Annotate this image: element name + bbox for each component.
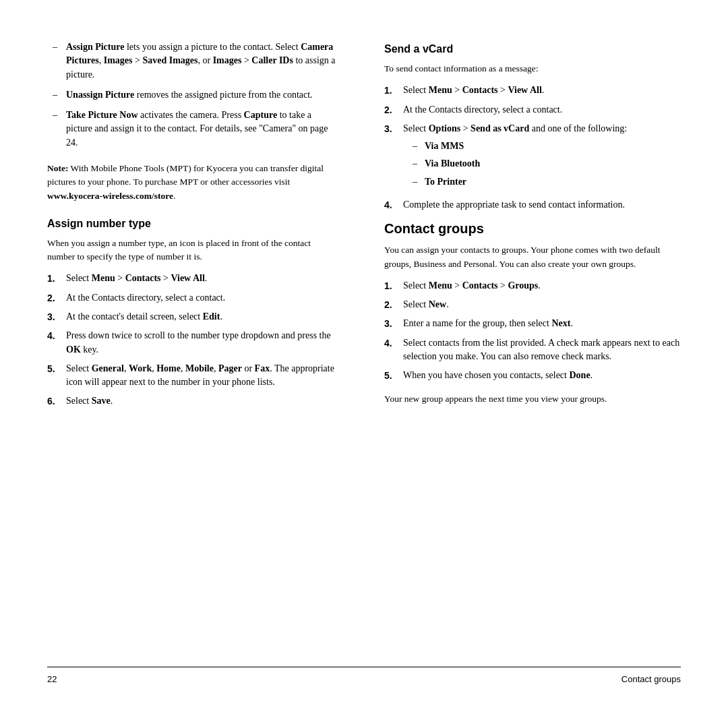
groups-step-3: 3. Enter a name for the group, then sele… xyxy=(384,317,681,330)
assign-number-type-heading: Assign number type xyxy=(47,218,337,230)
send-vcard-steps: 1. Select Menu > Contacts > View All. 2.… xyxy=(384,84,681,212)
assign-picture-bullets: Assign Picture lets you assign a picture… xyxy=(47,40,337,150)
step-5: 5. Select General, Work, Home, Mobile, P… xyxy=(47,362,337,390)
bullet-assign-picture-label: Assign Picture xyxy=(66,42,124,52)
assign-number-type-intro: When you assign a number type, an icon i… xyxy=(47,237,337,264)
section-label: Contact groups xyxy=(621,674,681,684)
vcard-sub-bullets: Via MMS Via Bluetooth To Printer xyxy=(410,140,681,189)
contact-groups-intro: You can assign your contacts to groups. … xyxy=(384,243,681,271)
groups-step-1: 1. Select Menu > Contacts > Groups. xyxy=(384,279,681,293)
send-vcard-heading: Send a vCard xyxy=(384,43,681,55)
page-number: 22 xyxy=(47,674,57,684)
step-4: 4. Press down twice to scroll to the num… xyxy=(47,329,337,357)
step-3: 3. At the contact's detail screen, selec… xyxy=(47,310,337,324)
page: Assign Picture lets you assign a picture… xyxy=(0,0,728,728)
website-link: www.kyocera-wireless.com/store xyxy=(47,191,173,201)
contact-groups-heading: Contact groups xyxy=(384,221,681,237)
sub-bullet-via-mms: Via MMS xyxy=(410,140,681,153)
note-block: Note: With Mobile Phone Tools (MPT) for … xyxy=(47,162,337,203)
contact-groups-section: Contact groups You can assign your conta… xyxy=(384,221,681,406)
bullet-unassign-picture-label: Unassign Picture xyxy=(66,90,134,100)
footer: 22 Contact groups xyxy=(47,674,681,684)
footer-rule xyxy=(47,667,681,667)
bullet-take-picture: Take Picture Now activates the camera. P… xyxy=(47,109,337,150)
groups-step-4: 4. Select contacts from the list provide… xyxy=(384,336,681,364)
bullet-assign-picture: Assign Picture lets you assign a picture… xyxy=(47,40,337,82)
step-6: 6. Select Save. xyxy=(47,394,337,408)
sub-bullet-to-printer: To Printer xyxy=(410,175,681,189)
contact-groups-steps: 1. Select Menu > Contacts > Groups. 2. S… xyxy=(384,279,681,383)
sub-bullet-via-bluetooth: Via Bluetooth xyxy=(410,157,681,171)
assign-number-type-steps: 1. Select Menu > Contacts > View All. 2.… xyxy=(47,272,337,408)
bullet-unassign-picture: Unassign Picture removes the assigned pi… xyxy=(47,88,337,102)
vcard-step-3: 3. Select Options > Send as vCard and on… xyxy=(384,122,681,193)
step-1: 1. Select Menu > Contacts > View All. xyxy=(47,272,337,285)
step-2: 2. At the Contacts directory, select a c… xyxy=(47,291,337,305)
bullet-take-picture-label: Take Picture Now xyxy=(66,110,138,120)
vcard-step-2: 2. At the Contacts directory, select a c… xyxy=(384,103,681,117)
note-label: Note: xyxy=(47,163,68,173)
groups-step-5: 5. When you have chosen you contacts, se… xyxy=(384,369,681,382)
assign-number-type-section: Assign number type When you assign a num… xyxy=(47,218,337,408)
send-vcard-section: Send a vCard To send contact information… xyxy=(384,43,681,212)
vcard-step-4: 4. Complete the appropriate task to send… xyxy=(384,198,681,212)
contact-groups-outro: Your new group appears the next time you… xyxy=(384,392,681,406)
vcard-step-1: 1. Select Menu > Contacts > View All. xyxy=(384,84,681,97)
groups-step-2: 2. Select New. xyxy=(384,298,681,311)
left-column: Assign Picture lets you assign a picture… xyxy=(47,40,351,688)
right-column: Send a vCard To send contact information… xyxy=(377,40,681,688)
send-vcard-intro: To send contact information as a message… xyxy=(384,62,681,75)
